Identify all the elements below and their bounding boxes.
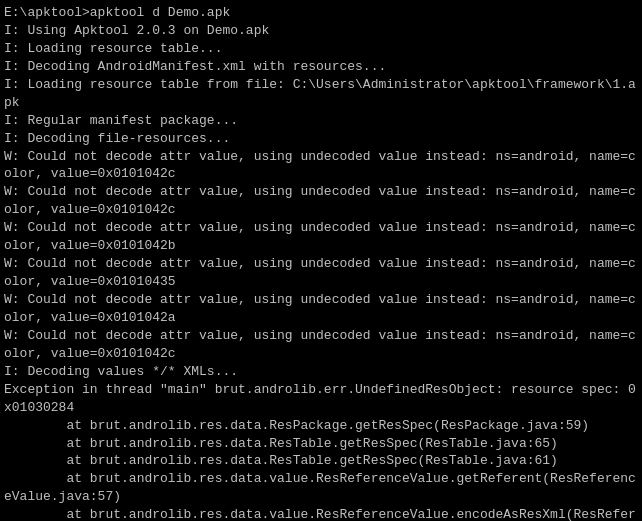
terminal-line: at brut.androlib.res.data.ResPackage.get… <box>4 417 638 435</box>
terminal-line: I: Regular manifest package... <box>4 112 638 130</box>
terminal-line: at brut.androlib.res.data.value.ResRefer… <box>4 470 638 506</box>
terminal-line: I: Decoding values */* XMLs... <box>4 363 638 381</box>
terminal-line: I: Loading resource table from file: C:\… <box>4 76 638 112</box>
terminal-line: W: Could not decode attr value, using un… <box>4 255 638 291</box>
terminal-window: E:\apktool>apktool d Demo.apkI: Using Ap… <box>0 0 642 521</box>
terminal-line: W: Could not decode attr value, using un… <box>4 183 638 219</box>
terminal-line: I: Loading resource table... <box>4 40 638 58</box>
terminal-line: at brut.androlib.res.data.ResTable.getRe… <box>4 435 638 453</box>
terminal-line: at brut.androlib.res.data.value.ResRefer… <box>4 506 638 521</box>
terminal-line: Exception in thread "main" brut.androlib… <box>4 381 638 417</box>
terminal-line: W: Could not decode attr value, using un… <box>4 291 638 327</box>
terminal-line: W: Could not decode attr value, using un… <box>4 219 638 255</box>
terminal-line: I: Decoding AndroidManifest.xml with res… <box>4 58 638 76</box>
terminal-line: E:\apktool>apktool d Demo.apk <box>4 4 638 22</box>
terminal-line: I: Decoding file-resources... <box>4 130 638 148</box>
terminal-line: I: Using Apktool 2.0.3 on Demo.apk <box>4 22 638 40</box>
terminal-line: at brut.androlib.res.data.ResTable.getRe… <box>4 452 638 470</box>
terminal-line: W: Could not decode attr value, using un… <box>4 148 638 184</box>
terminal-line: W: Could not decode attr value, using un… <box>4 327 638 363</box>
